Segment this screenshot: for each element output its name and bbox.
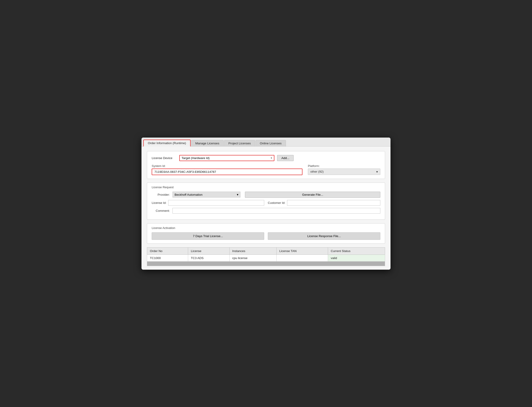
provider-select[interactable]: Beckhoff Automation ▾ bbox=[173, 192, 240, 197]
comment-input[interactable] bbox=[173, 208, 380, 214]
id-platform-row: System Id: Platform: other (92) ▾ bbox=[152, 164, 380, 175]
customer-id-input[interactable] bbox=[287, 200, 380, 206]
provider-row: Provider: Beckhoff Automation ▾ Generate… bbox=[152, 192, 380, 198]
response-file-button[interactable]: License Response File... bbox=[268, 232, 380, 240]
platform-label: Platform: bbox=[308, 164, 380, 168]
license-request-section: License Request Provider: Beckhoff Autom… bbox=[147, 183, 385, 220]
license-activation-section: License Activation 7 Days Trial License.… bbox=[147, 223, 385, 244]
system-id-label: System Id: bbox=[152, 164, 302, 168]
col-instances: Instances bbox=[229, 247, 276, 255]
table-header-row: Order No License Instances License TAN C… bbox=[147, 247, 385, 255]
license-request-title: License Request bbox=[152, 186, 380, 189]
table-footer bbox=[147, 262, 385, 266]
customer-id-label: Customer Id: bbox=[268, 201, 285, 204]
cell-order-no: TC1000 bbox=[147, 255, 188, 261]
system-id-input[interactable] bbox=[152, 169, 302, 175]
platform-block: Platform: other (92) ▾ bbox=[308, 164, 380, 175]
licenses-table-container: Order No License Instances License TAN C… bbox=[147, 247, 385, 266]
tab-online-licenses[interactable]: Online Licenses bbox=[256, 140, 286, 146]
license-device-select[interactable]: Target (Hardware Id) ▾ bbox=[179, 155, 274, 161]
provider-select-value: Beckhoff Automation bbox=[175, 193, 203, 196]
tab-order-information[interactable]: Order Information (Runtime) bbox=[143, 140, 191, 147]
platform-select-value: other (92) bbox=[310, 170, 324, 173]
main-window: Order Information (Runtime) Manage Licen… bbox=[142, 138, 390, 270]
cell-license-tan bbox=[276, 255, 328, 261]
provider-chevron-icon: ▾ bbox=[237, 193, 238, 196]
comment-row: Comment: bbox=[152, 208, 380, 214]
tab-manage-licenses[interactable]: Manage Licenses bbox=[191, 140, 224, 146]
tab-bar: Order Information (Runtime) Manage Licen… bbox=[142, 138, 390, 147]
content-area: License Device Target (Hardware Id) ▾ Ad… bbox=[142, 147, 390, 270]
activation-buttons-row: 7 Days Trial License... License Response… bbox=[152, 232, 380, 240]
trial-license-button[interactable]: 7 Days Trial License... bbox=[152, 232, 264, 240]
generate-file-button[interactable]: Generate File... bbox=[245, 192, 380, 198]
license-id-input[interactable] bbox=[168, 200, 264, 206]
col-license: License bbox=[188, 247, 230, 255]
col-current-status: Current Status bbox=[328, 247, 385, 255]
license-activation-title: License Activation bbox=[152, 226, 380, 230]
provider-label: Provider: bbox=[152, 193, 170, 196]
tab-project-licenses[interactable]: Project Licenses bbox=[224, 140, 255, 146]
comment-label: Comment: bbox=[152, 209, 170, 212]
platform-select[interactable]: other (92) ▾ bbox=[308, 169, 380, 175]
licenses-table: Order No License Instances License TAN C… bbox=[147, 247, 385, 262]
cell-instances: cpu license bbox=[229, 255, 276, 261]
license-device-section: License Device Target (Hardware Id) ▾ Ad… bbox=[147, 151, 385, 179]
license-device-row: License Device Target (Hardware Id) ▾ Ad… bbox=[152, 155, 380, 161]
license-id-pair: License Id: bbox=[152, 200, 264, 206]
cell-current-status: valid bbox=[328, 255, 385, 261]
platform-chevron-icon: ▾ bbox=[376, 170, 378, 173]
col-order-no: Order No bbox=[147, 247, 188, 255]
license-customer-id-row: License Id: Customer Id: bbox=[152, 200, 380, 206]
add-button[interactable]: Add... bbox=[277, 155, 294, 161]
system-id-block: System Id: bbox=[152, 164, 302, 175]
license-device-select-value: Target (Hardware Id) bbox=[182, 156, 210, 160]
table-row[interactable]: TC1000 TC3 ADS cpu license valid bbox=[147, 255, 385, 261]
customer-id-pair: Customer Id: bbox=[268, 200, 380, 206]
license-device-label: License Device bbox=[152, 156, 177, 160]
cell-license: TC3 ADS bbox=[188, 255, 230, 261]
col-license-tan: License TAN bbox=[276, 247, 328, 255]
license-id-label: License Id: bbox=[152, 201, 167, 204]
chevron-down-icon: ▾ bbox=[271, 157, 272, 159]
